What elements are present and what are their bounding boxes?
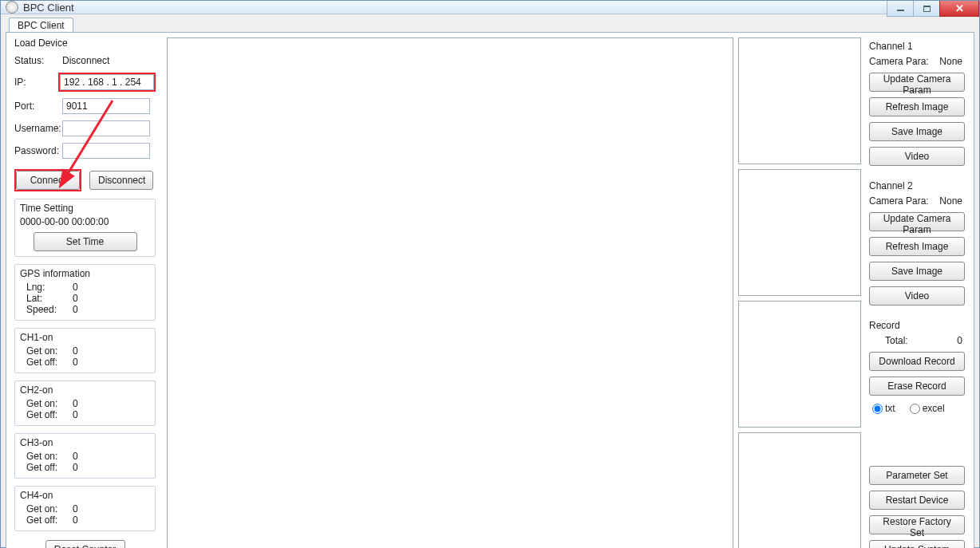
minimize-button[interactable] bbox=[887, 1, 914, 17]
ch2-group: CH2-on Get on:0 Get off:0 bbox=[14, 380, 156, 426]
app-icon bbox=[6, 1, 18, 14]
connect-highlight: Connect bbox=[14, 169, 81, 191]
password-label: Password: bbox=[14, 145, 62, 156]
tab-bpc-client[interactable]: BPC Client bbox=[9, 18, 73, 32]
download-record-button[interactable]: Download Record bbox=[869, 352, 965, 371]
ch3-off-label: Get off: bbox=[26, 462, 73, 473]
parameter-set-button[interactable]: Parameter Set bbox=[869, 466, 965, 485]
ch3-on-label: Get on: bbox=[26, 451, 73, 462]
left-panel: Load Device Status: Disconnect IP: 192 .… bbox=[6, 33, 162, 548]
app-window: BPC Client ✕ BPC Client Load Device Stat… bbox=[0, 0, 980, 548]
ch2-off-label: Get off: bbox=[26, 409, 73, 420]
record-total-value: 0 bbox=[957, 335, 962, 346]
set-time-button[interactable]: Set Time bbox=[34, 232, 137, 251]
ch4-on-value: 0 bbox=[73, 503, 89, 514]
client-area: BPC Client Load Device Status: Disconnec… bbox=[1, 14, 979, 548]
ch1-group: CH1-on Get on:0 Get off:0 bbox=[14, 328, 156, 373]
ch1-on-value: 0 bbox=[73, 345, 89, 357]
cam-para-label-2: Camera Para: bbox=[869, 195, 929, 207]
tab-strip: BPC Client bbox=[1, 14, 979, 32]
ch2-on-value: 0 bbox=[73, 398, 89, 409]
ch1-off-value: 0 bbox=[73, 357, 89, 368]
title-bar: BPC Client ✕ bbox=[1, 1, 979, 14]
ch1-off-label: Get off: bbox=[26, 357, 73, 368]
connect-button[interactable]: Connect bbox=[16, 171, 80, 190]
status-label: Status: bbox=[14, 55, 62, 66]
record-label: Record bbox=[869, 320, 966, 331]
channel2-label: Channel 2 bbox=[869, 180, 966, 191]
gps-lng-label: Lng: bbox=[26, 282, 73, 293]
ch4-off-label: Get off: bbox=[26, 514, 73, 526]
ch4-group: CH4-on Get on:0 Get off:0 bbox=[14, 486, 156, 531]
username-input[interactable] bbox=[62, 120, 150, 136]
video-2-button[interactable]: Video bbox=[869, 286, 965, 306]
close-button[interactable]: ✕ bbox=[939, 1, 979, 17]
maximize-button[interactable] bbox=[913, 1, 940, 17]
reset-counter-button[interactable]: Reset Counter bbox=[45, 540, 125, 548]
thumb-1[interactable] bbox=[738, 37, 861, 164]
right-panel: Channel 1 Camera Para: None Update Camer… bbox=[866, 33, 974, 548]
status-value: Disconnect bbox=[62, 55, 109, 66]
video-1-button[interactable]: Video bbox=[869, 147, 965, 166]
main-body: Load Device Status: Disconnect IP: 192 .… bbox=[6, 32, 974, 548]
disconnect-button[interactable]: Disconnect bbox=[89, 171, 153, 190]
update-camera-param-2-button[interactable]: Update Camera Param bbox=[869, 212, 965, 231]
save-image-1-button[interactable]: Save Image bbox=[869, 122, 965, 141]
ch3-off-value: 0 bbox=[73, 462, 89, 473]
cam-para-value-2: None bbox=[939, 195, 962, 207]
gps-speed-label: Speed: bbox=[26, 304, 73, 315]
time-setting-label: Time Setting bbox=[20, 203, 150, 214]
ch1-on-label: Get on: bbox=[26, 345, 73, 357]
erase-record-button[interactable]: Erase Record bbox=[869, 377, 965, 396]
password-input[interactable] bbox=[62, 143, 150, 159]
gps-group: GPS information Lng:0 Lat:0 Speed:0 bbox=[14, 264, 156, 321]
gps-header: GPS information bbox=[20, 268, 150, 279]
window-title: BPC Client bbox=[23, 2, 74, 14]
load-device-label: Load Device bbox=[14, 37, 156, 49]
ch4-header: CH4-on bbox=[20, 490, 150, 501]
restore-factory-button[interactable]: Restore Factory Set bbox=[869, 515, 965, 534]
thumb-2[interactable] bbox=[738, 169, 861, 296]
ch2-off-value: 0 bbox=[73, 409, 89, 420]
time-setting-group: Time Setting 0000-00-00 00:00:00 Set Tim… bbox=[14, 199, 156, 257]
cam-para-value-1: None bbox=[939, 56, 962, 67]
refresh-image-2-button[interactable]: Refresh Image bbox=[869, 237, 965, 256]
thumb-4[interactable] bbox=[738, 432, 861, 548]
ch4-on-label: Get on: bbox=[26, 503, 73, 514]
update-camera-param-1-button[interactable]: Update Camera Param bbox=[869, 73, 965, 92]
restart-device-button[interactable]: Restart Device bbox=[869, 491, 965, 510]
ch1-header: CH1-on bbox=[20, 332, 150, 343]
thumbnail-column bbox=[738, 33, 866, 548]
ip-label: IP: bbox=[14, 77, 58, 88]
gps-lng-value: 0 bbox=[73, 282, 89, 293]
record-total-label: Total: bbox=[885, 335, 908, 346]
ch2-header: CH2-on bbox=[20, 384, 150, 396]
channel1-label: Channel 1 bbox=[869, 41, 966, 52]
ch3-header: CH3-on bbox=[20, 437, 150, 448]
time-value: 0000-00-00 00:00:00 bbox=[20, 216, 150, 227]
gps-speed-value: 0 bbox=[73, 304, 89, 315]
ip-input[interactable]: 192 . 168 . 1 . 254 bbox=[60, 74, 154, 90]
ch3-on-value: 0 bbox=[73, 451, 89, 462]
gps-lat-label: Lat: bbox=[26, 293, 73, 304]
ch3-group: CH3-on Get on:0 Get off:0 bbox=[14, 433, 156, 479]
ip-highlight: 192 . 168 . 1 . 254 bbox=[58, 73, 156, 92]
update-system-button[interactable]: Update System bbox=[869, 540, 965, 548]
format-txt-radio[interactable]: txt bbox=[872, 403, 895, 414]
ch4-off-value: 0 bbox=[73, 514, 89, 526]
window-buttons: ✕ bbox=[887, 1, 979, 17]
thumb-3[interactable] bbox=[738, 301, 861, 428]
save-image-2-button[interactable]: Save Image bbox=[869, 262, 965, 281]
center-panel bbox=[162, 33, 738, 548]
port-label: Port: bbox=[14, 101, 62, 112]
main-video-frame bbox=[167, 37, 733, 548]
ch2-on-label: Get on: bbox=[26, 398, 73, 409]
username-label: Username: bbox=[14, 123, 62, 134]
port-input[interactable] bbox=[62, 98, 150, 114]
format-excel-radio[interactable]: excel bbox=[910, 403, 945, 414]
gps-lat-value: 0 bbox=[73, 293, 89, 304]
refresh-image-1-button[interactable]: Refresh Image bbox=[869, 97, 965, 116]
cam-para-label-1: Camera Para: bbox=[869, 56, 929, 67]
